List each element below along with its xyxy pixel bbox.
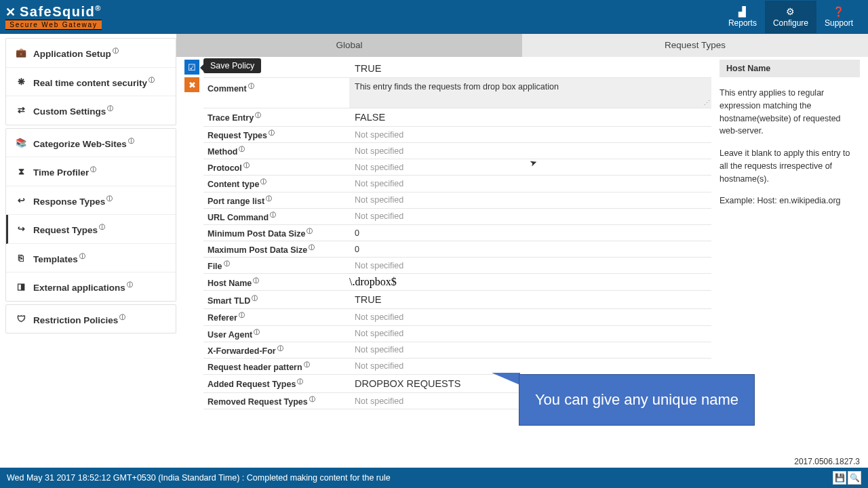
sidebar-item-response-types[interactable]: ↩Response Typesⓘ — [6, 186, 176, 216]
status-text: Wed May 31 2017 18:52:12 GMT+0530 (India… — [7, 473, 391, 483]
search-button[interactable]: 🔍 — [848, 471, 861, 485]
help-icon: ❓ — [825, 6, 853, 17]
help-paragraph: This entry applies to regular expression… — [719, 87, 860, 138]
sidebar: 💼Application Setupⓘ ❋Real time content s… — [0, 34, 176, 468]
annotation-callout: You can give any unique name — [519, 374, 755, 426]
url-command-value[interactable]: Not specified — [349, 209, 711, 223]
user-agent-value[interactable]: Not specified — [349, 327, 711, 340]
xff-value[interactable]: Not specified — [349, 343, 711, 357]
info-icon: ⓘ — [90, 166, 96, 173]
trace-value[interactable]: FALSE — [349, 108, 711, 126]
brand-logo: SafeSquid® Secure Web Gateway — [5, 4, 102, 30]
arrow-right-icon: ↪ — [16, 224, 26, 234]
delete-button[interactable]: ✖ — [184, 77, 199, 92]
help-paragraph: Example: Host: en.wikipedia.org — [719, 195, 860, 207]
comment-field[interactable]: This entry finds the requests from drop … — [349, 78, 711, 108]
brand-name: SafeSquid® — [20, 4, 102, 20]
info-icon: ⓘ — [106, 195, 113, 202]
brand-tagline: Secure Web Gateway — [5, 20, 102, 30]
content-type-value[interactable]: Not specified — [349, 177, 711, 190]
bug-icon: ❋ — [16, 77, 26, 87]
tab-request-types[interactable]: Request Types — [522, 34, 868, 57]
tab-global[interactable]: Global — [176, 34, 522, 57]
arrow-left-icon: ↩ — [16, 195, 26, 205]
sidebar-item-app-setup[interactable]: 💼Application Setupⓘ — [6, 39, 176, 68]
template-icon: ⎘ — [16, 253, 26, 263]
info-icon: ⓘ — [128, 138, 134, 144]
nav-support[interactable]: ❓Support — [816, 1, 861, 33]
info-icon: ⓘ — [127, 281, 133, 288]
file-value[interactable]: Not specified — [349, 259, 711, 272]
sidebar-item-external-apps[interactable]: ◨External applicationsⓘ — [6, 272, 176, 301]
sliders-icon: ⇄ — [16, 105, 26, 115]
sidebar-item-time-profiler[interactable]: ⧗Time Profilerⓘ — [6, 157, 176, 186]
sidebar-item-templates[interactable]: ⎘Templatesⓘ — [6, 244, 176, 273]
briefcase-icon: 💼 — [16, 47, 26, 58]
max-post-value[interactable]: 0 — [349, 243, 711, 256]
sub-tabs: Global Request Types — [176, 34, 868, 57]
resize-grip-icon[interactable]: ⋰ — [704, 100, 710, 106]
hourglass-icon: ⧗ — [16, 166, 26, 177]
app-icon: ◨ — [16, 281, 26, 291]
version-label: 2017.0506.1827.3 — [794, 457, 860, 466]
port-range-value[interactable]: Not specified — [349, 193, 711, 207]
nav-configure[interactable]: ⚙Configure — [765, 1, 816, 33]
info-icon: ⓘ — [107, 105, 113, 112]
callout-pointer — [492, 373, 520, 385]
chart-icon: ▟ — [728, 6, 757, 17]
sidebar-item-request-types[interactable]: ↪Request Typesⓘ — [6, 215, 176, 244]
sidebar-item-categorize[interactable]: 📚Categorize Web-Sitesⓘ — [6, 129, 176, 158]
logo-mark-icon — [5, 5, 16, 20]
help-title: Host Name — [719, 60, 860, 77]
help-paragraph: Leave it blank to apply this entry to al… — [719, 147, 860, 185]
min-post-value[interactable]: 0 — [349, 226, 711, 240]
nav-reports[interactable]: ▟Reports — [720, 1, 765, 33]
request-header-pattern-value[interactable]: Not specified — [349, 359, 711, 373]
smart-tld-value[interactable]: TRUE — [349, 291, 711, 308]
info-icon: ⓘ — [149, 77, 155, 83]
enabled-value[interactable]: TRUE — [349, 60, 711, 77]
gears-icon: ⚙ — [773, 6, 808, 17]
host-name-input[interactable]: \.dropbox$ — [349, 274, 711, 290]
sidebar-item-custom[interactable]: ⇄Custom Settingsⓘ — [6, 96, 176, 125]
sidebar-item-restriction[interactable]: 🛡Restriction Policiesⓘ — [6, 305, 176, 333]
info-icon: ⓘ — [113, 47, 119, 54]
save-policy-tooltip: Save Policy — [203, 58, 261, 73]
info-icon: ⓘ — [119, 314, 125, 321]
books-icon: 📚 — [16, 138, 26, 148]
save-button[interactable]: 💾 — [833, 471, 846, 485]
method-value[interactable]: Not specified — [349, 144, 711, 158]
top-nav: ▟Reports ⚙Configure ❓Support — [720, 1, 861, 33]
status-bar: Wed May 31 2017 18:52:12 GMT+0530 (India… — [0, 468, 868, 488]
referer-value[interactable]: Not specified — [349, 310, 711, 324]
shield-icon: 🛡 — [16, 314, 26, 324]
info-icon: ⓘ — [79, 253, 85, 260]
info-icon: ⓘ — [99, 224, 105, 230]
app-header: SafeSquid® Secure Web Gateway ▟Reports ⚙… — [0, 0, 868, 34]
request-types-value[interactable]: Not specified — [349, 128, 711, 142]
sidebar-item-realtime[interactable]: ❋Real time content securityⓘ — [6, 68, 176, 97]
save-policy-button[interactable]: ☑ — [184, 60, 199, 75]
